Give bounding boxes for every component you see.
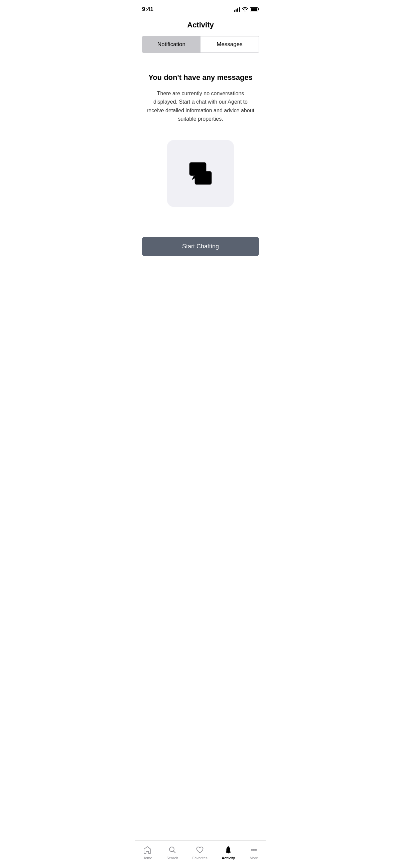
empty-state: You don't have any messages There are cu… — [135, 53, 266, 237]
chat-bubbles-icon — [187, 160, 214, 187]
wifi-icon — [242, 7, 248, 12]
status-icons — [234, 7, 259, 12]
page-title: Activity — [135, 17, 266, 36]
tab-messages[interactable]: Messages — [201, 36, 259, 53]
signal-icon — [234, 7, 240, 12]
battery-icon — [250, 7, 259, 11]
status-time: 9:41 — [142, 6, 153, 13]
tab-notification[interactable]: Notification — [142, 36, 201, 53]
status-bar: 9:41 — [135, 0, 266, 17]
chat-icon-container — [167, 140, 234, 207]
svg-rect-1 — [195, 171, 212, 185]
tab-switcher: Notification Messages — [142, 36, 259, 53]
start-chatting-button[interactable]: Start Chatting — [142, 237, 259, 256]
empty-state-title: You don't have any messages — [148, 73, 253, 83]
empty-state-description: There are currently no conversations dis… — [145, 89, 256, 123]
